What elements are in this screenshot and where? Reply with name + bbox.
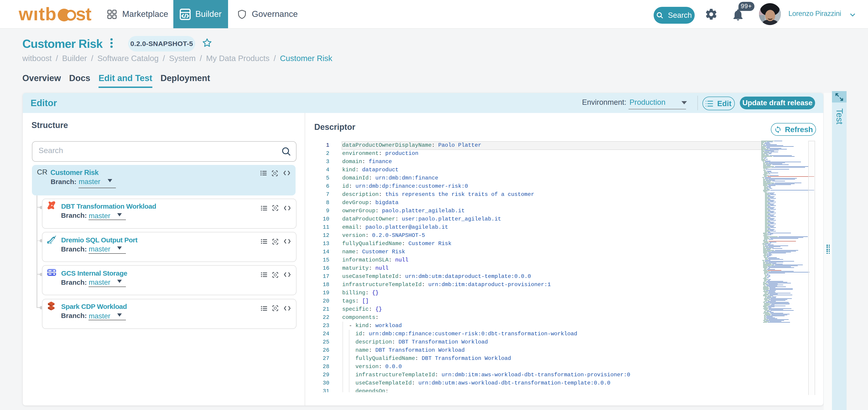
svg-text:wıtb: wıtb <box>19 4 57 24</box>
svg-text:st: st <box>76 4 91 24</box>
